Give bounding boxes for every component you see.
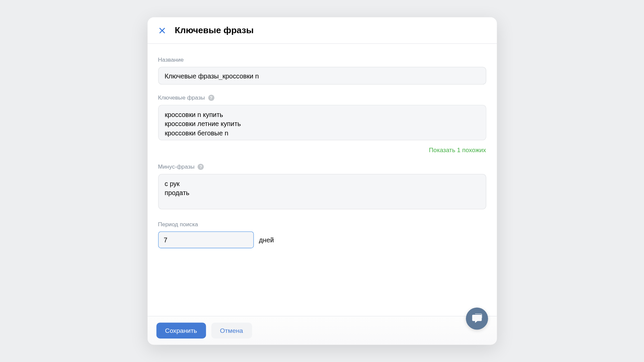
modal-body: Название Ключевые фразы ? Показать 1 пох… xyxy=(147,44,496,316)
modal-title: Ключевые фразы xyxy=(175,25,254,35)
modal-header: Ключевые фразы xyxy=(147,17,496,44)
help-icon[interactable]: ? xyxy=(208,95,214,101)
close-button[interactable] xyxy=(157,25,167,35)
name-field: Название xyxy=(158,56,486,84)
name-label-text: Название xyxy=(158,56,184,63)
help-icon[interactable]: ? xyxy=(198,164,204,170)
period-input[interactable] xyxy=(158,231,254,248)
name-label: Название xyxy=(158,56,486,63)
keywords-modal: Ключевые фразы Название Ключевые фразы ?… xyxy=(147,17,496,345)
period-row: дней xyxy=(158,231,486,248)
keywords-label: Ключевые фразы ? xyxy=(158,94,486,101)
show-similar-link[interactable]: Показать 1 похожих xyxy=(158,146,486,154)
name-input[interactable] xyxy=(158,67,486,84)
modal-footer: Сохранить Отмена xyxy=(147,316,496,345)
negative-field: Минус-фразы ? xyxy=(158,163,486,211)
close-icon xyxy=(158,26,166,35)
period-label: Период поиска xyxy=(158,221,486,228)
keywords-textarea[interactable] xyxy=(158,105,486,140)
period-field: Период поиска дней xyxy=(158,221,486,248)
negative-label-text: Минус-фразы xyxy=(158,163,195,170)
negative-label: Минус-фразы ? xyxy=(158,163,486,170)
keywords-label-text: Ключевые фразы xyxy=(158,94,205,101)
period-label-text: Период поиска xyxy=(158,221,198,228)
keywords-field: Ключевые фразы ? Показать 1 похожих xyxy=(158,94,486,154)
period-unit: дней xyxy=(259,236,274,243)
chat-icon xyxy=(471,313,482,324)
cancel-button[interactable]: Отмена xyxy=(211,322,252,339)
save-button[interactable]: Сохранить xyxy=(156,322,206,339)
negative-textarea[interactable] xyxy=(158,174,486,209)
chat-fab[interactable] xyxy=(466,308,488,330)
